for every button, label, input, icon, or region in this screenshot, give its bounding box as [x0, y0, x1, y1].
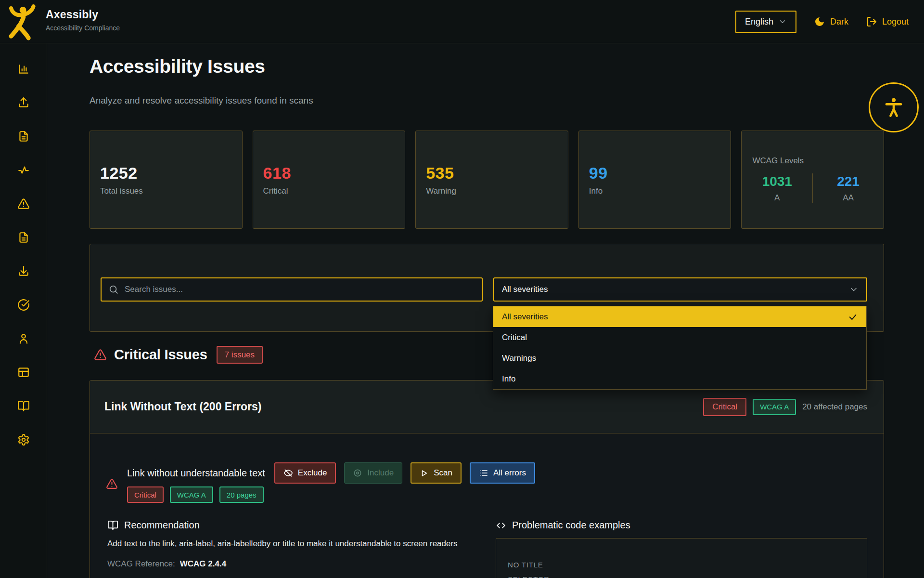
stat-card-total-issues: 1252 Total issues — [90, 131, 243, 229]
info-value: 99 — [589, 164, 731, 183]
sidebar-item-bar-chart-icon[interactable] — [17, 63, 30, 75]
option-label: Critical — [502, 333, 527, 342]
dropdown-option-all-severities[interactable]: All severities — [493, 306, 866, 327]
sidebar-item-layout-icon[interactable] — [17, 366, 30, 379]
error-title-row: Link without understandable text Exclude… — [127, 462, 535, 484]
issue-card: Link Without Text (200 Errors) Critical … — [90, 380, 884, 578]
scan-label: Scan — [434, 468, 452, 478]
critical-label: Critical — [263, 186, 405, 196]
page-title: Accessibility Issues — [90, 56, 265, 77]
wcag-aa-value: 221 — [837, 174, 860, 189]
sidebar-item-file-report-icon[interactable] — [17, 231, 30, 244]
wcag-reference-row: WCAG Reference: WCAG 2.4.4 — [107, 559, 488, 569]
search-icon — [108, 284, 119, 295]
sidebar-item-upload-icon[interactable] — [17, 96, 30, 109]
scan-button[interactable]: Scan — [411, 462, 462, 484]
sidebar-item-book-open-icon[interactable] — [17, 400, 30, 412]
include-label: Include — [367, 468, 394, 478]
wcag-reference-label: WCAG Reference: — [107, 559, 175, 569]
wcag-levels-title: WCAG Levels — [742, 156, 884, 166]
axessibly-logo-icon — [7, 4, 37, 39]
severity-badge: Critical — [703, 398, 746, 416]
sidebar-item-activity-icon[interactable] — [17, 164, 30, 176]
language-select[interactable]: English — [735, 11, 796, 33]
wcag-level-a: 1031 A — [742, 174, 812, 203]
stat-card-warning: 535 Warning — [415, 131, 568, 229]
total-issues-value: 1252 — [100, 164, 242, 183]
sidebar-nav — [0, 43, 47, 578]
wcag-reference-value: WCAG 2.4.4 — [180, 559, 226, 569]
total-issues-label: Total issues — [100, 186, 242, 196]
list-icon — [479, 468, 488, 478]
recommendation-title: Recommendation — [124, 520, 200, 531]
stat-card-wcag-levels: WCAG Levels 1031 A 221 AA — [741, 131, 884, 229]
option-label: Warnings — [502, 354, 536, 363]
book-open-icon — [107, 520, 118, 531]
code-example-box: NO TITLE SELECTOR — [496, 538, 867, 578]
exclude-label: Exclude — [298, 468, 327, 478]
warning-value: 535 — [426, 164, 568, 183]
stat-card-critical: 618 Critical — [253, 131, 406, 229]
severity-select[interactable]: All severities — [493, 277, 867, 302]
warning-label: Warning — [426, 186, 568, 196]
all-errors-label: All errors — [493, 468, 526, 478]
recommendation-text: Add text to the link, aria-label, aria-l… — [107, 537, 488, 550]
chevron-down-icon — [849, 285, 859, 294]
sidebar-item-alert-triangle-icon[interactable] — [17, 197, 30, 210]
option-label: All severities — [502, 312, 548, 322]
dropdown-option-info[interactable]: Info — [493, 368, 866, 389]
search-box — [101, 277, 483, 302]
accessibility-widget-button[interactable] — [869, 82, 919, 132]
sidebar-item-download-icon[interactable] — [17, 265, 30, 277]
theme-toggle-label: Dark — [830, 17, 848, 27]
app-subtitle: Accessibility Compliance — [46, 24, 120, 32]
page-subtitle: Analyze and resolve accessibility issues… — [90, 95, 313, 106]
logout-icon — [866, 16, 877, 27]
wcag-level-aa: 221 AA — [813, 174, 884, 203]
wcag-aa-label: AA — [843, 193, 854, 203]
include-button[interactable]: Include — [344, 462, 402, 484]
wcag-a-value: 1031 — [762, 174, 792, 189]
accessibility-icon — [882, 96, 905, 119]
pages-badge: 20 pages — [219, 486, 264, 503]
code-icon — [496, 520, 506, 531]
theme-toggle-button[interactable]: Dark — [814, 16, 848, 27]
stat-card-info: 99 Info — [578, 131, 732, 229]
all-errors-button[interactable]: All errors — [470, 462, 535, 484]
issue-card-badges: Critical WCAG A 20 affected pages — [703, 398, 867, 416]
check-icon — [848, 312, 858, 322]
eye-off-icon — [283, 468, 293, 478]
critical-value: 618 — [263, 164, 405, 183]
code-examples-title: Problematic code examples — [512, 520, 630, 531]
app-root: Axessibly Accessibility Compliance Engli… — [0, 0, 924, 578]
alert-triangle-icon — [94, 348, 107, 361]
wcag-levels-columns: 1031 A 221 AA — [742, 173, 884, 203]
exclude-button[interactable]: Exclude — [274, 462, 336, 484]
error-badges-row: Critical WCAG A 20 pages — [127, 486, 535, 503]
language-value: English — [745, 17, 773, 27]
stats-row: 1252 Total issues 618 Critical 535 Warni… — [90, 131, 884, 229]
critical-issues-heading: Critical Issues 7 issues — [94, 346, 263, 364]
code-examples-heading: Problematic code examples — [496, 520, 867, 531]
app-name: Axessibly — [46, 8, 98, 21]
sidebar-item-settings-icon[interactable] — [17, 434, 30, 446]
error-title: Link without understandable text — [127, 468, 265, 479]
recommendation-heading: Recommendation — [107, 520, 488, 531]
logout-button[interactable]: Logout — [866, 16, 909, 27]
code-no-title-label: NO TITLE — [508, 561, 855, 569]
dropdown-option-critical[interactable]: Critical — [493, 327, 866, 348]
dropdown-option-warnings[interactable]: Warnings — [493, 348, 866, 368]
wcag-badge: WCAG A — [170, 486, 213, 503]
sidebar-item-check-circle-icon[interactable] — [17, 299, 30, 311]
search-input[interactable] — [125, 285, 475, 294]
info-label: Info — [589, 186, 731, 196]
wcag-a-label: A — [774, 193, 780, 203]
critical-issues-title: Critical Issues — [114, 347, 207, 363]
issue-card-title: Link Without Text (200 Errors) — [104, 400, 262, 413]
wcag-badge: WCAG A — [753, 399, 796, 415]
severity-select-value: All severities — [502, 285, 548, 294]
logout-label: Logout — [882, 17, 909, 27]
sidebar-item-user-icon[interactable] — [17, 332, 30, 345]
recommendation-section: Recommendation Add text to the link, ari… — [107, 520, 488, 569]
sidebar-item-file-text-icon[interactable] — [17, 130, 30, 143]
